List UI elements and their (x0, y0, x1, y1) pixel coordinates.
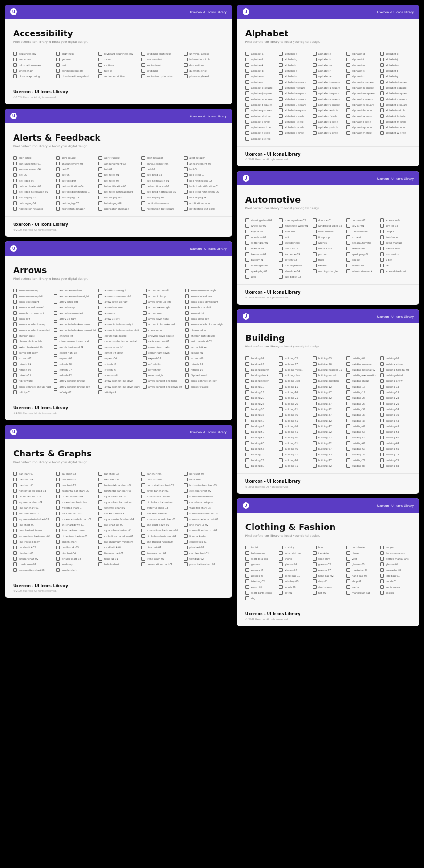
icon-item[interactable]: corner-right-down (143, 351, 182, 355)
icon-item[interactable]: building-76 (279, 458, 310, 462)
icon-item[interactable]: alphabet-f-circle (313, 114, 343, 118)
icon-item[interactable]: expand-05 (143, 356, 182, 360)
icon-item[interactable]: boot-heeled (346, 546, 377, 549)
icon-item[interactable]: pie-chart-03 (13, 551, 53, 555)
icon-item[interactable]: candlestick-01 (184, 540, 224, 544)
icon-item[interactable]: exhaust (346, 235, 377, 239)
icon-item[interactable]: arrow-connect-line-right (143, 379, 182, 383)
icon-item[interactable]: alphabet-k-square (279, 91, 310, 95)
icon-item[interactable]: building-60 (245, 441, 276, 445)
icon-item[interactable]: bell-ringing-07 (56, 201, 96, 205)
icon-item[interactable]: building-06 (245, 362, 276, 366)
icon-item[interactable]: bell-ringing-03 (98, 196, 139, 199)
icon-item[interactable]: door-car-01 (313, 218, 343, 222)
icon-item[interactable]: car-jack (380, 230, 411, 233)
icon-item[interactable]: switch-vertical-01 (143, 339, 182, 343)
icon-item[interactable]: engine (346, 258, 377, 262)
icon-item[interactable]: building-40 (245, 419, 276, 422)
icon-item[interactable]: refresh-08 (98, 368, 140, 372)
icon-item[interactable]: alphabet-j (380, 58, 411, 61)
icon-item[interactable]: bell-ringing-01 (13, 196, 53, 199)
icon-item[interactable]: building-32 (313, 407, 343, 411)
icon-item[interactable]: arrow-down (143, 311, 182, 315)
icon-item[interactable]: vest (346, 557, 377, 561)
icon-item[interactable]: key-car-02 (380, 224, 411, 228)
icon-item[interactable]: building-82 (313, 464, 343, 468)
icon-item[interactable]: building-39 (380, 413, 411, 417)
icon-item[interactable]: trend-up-02 (184, 557, 224, 561)
icon-item[interactable]: dark-sunglasses (380, 551, 411, 555)
icon-item[interactable]: building-52 (313, 430, 343, 434)
icon-item[interactable]: building-54 (380, 430, 411, 434)
icon-item[interactable]: arrow-connect-line-up-left (54, 385, 96, 389)
icon-item[interactable]: building-20 (245, 396, 276, 400)
icon-item[interactable]: alphabet-c-square (346, 80, 377, 84)
icon-item[interactable]: chevron-down-double (143, 334, 182, 338)
icon-item[interactable]: chevron-right-double (185, 334, 224, 338)
icon-item[interactable]: arrow-box-up-left (185, 306, 224, 309)
icon-item[interactable]: announcement-02 (56, 162, 96, 165)
icon-item[interactable]: hand-bag-03 (346, 574, 377, 578)
icon-item[interactable]: arrow-narrow-down (54, 289, 96, 292)
icon-item[interactable]: building-59 (380, 436, 411, 439)
icon-item[interactable]: alert-hexagon (141, 156, 181, 160)
icon-item[interactable]: arrow-circle-broken-up-left (13, 328, 51, 332)
icon-item[interactable]: candlestick-02 (13, 546, 53, 549)
icon-item[interactable]: comment-captions (56, 69, 96, 73)
icon-item[interactable]: wheel-car-04 (279, 269, 310, 273)
icon-item[interactable]: alphabet-l-square (313, 91, 343, 95)
icon-item[interactable]: spark-plug-01 (346, 252, 377, 256)
icon-item[interactable]: building-73 (346, 453, 377, 456)
icon-item[interactable]: hat-christmas (279, 551, 310, 555)
icon-item[interactable]: chevron-selector-horizontal (98, 339, 140, 343)
icon-item[interactable]: bar-chart-11 (13, 483, 53, 487)
icon-item[interactable]: bell-notification-01 (141, 179, 181, 182)
icon-item[interactable]: building-31 (279, 407, 310, 411)
icon-item[interactable]: alphabet-o (380, 63, 411, 67)
icon-item[interactable]: arrow-box-down-left (54, 311, 96, 315)
icon-item[interactable]: alphabet-k-circle (313, 120, 343, 124)
icon-item[interactable]: refresh-07 (54, 368, 96, 372)
icon-item[interactable]: line-pie-chart-02 (141, 551, 181, 555)
icon-item[interactable]: expand-02 (13, 356, 51, 360)
icon-item[interactable]: building-64 (380, 441, 411, 445)
icon-item[interactable]: bell-06 (56, 173, 96, 177)
icon-item[interactable]: corner-left-up (185, 345, 224, 349)
icon-item[interactable]: face-id (98, 69, 139, 73)
icon-item[interactable]: alphabet-v (279, 74, 310, 78)
icon-item[interactable]: circular-chart-01 (184, 551, 224, 555)
icon-item[interactable]: arrow-circle-broken-down-right (54, 328, 96, 332)
icon-item[interactable]: refresh-06 (13, 368, 51, 372)
icon-item[interactable]: alphabet-h (313, 58, 343, 61)
icon-item[interactable]: corner-left-down (98, 351, 140, 355)
icon-item[interactable]: square-waterfall-chart-04 (98, 517, 139, 521)
icon-item[interactable]: waterfall-chart-03 (141, 506, 181, 510)
icon-item[interactable]: alert-square (56, 156, 96, 160)
icon-item[interactable]: steering-wheel-02 (279, 218, 310, 222)
icon-item[interactable]: arrow-circle-broken-up-right (185, 322, 224, 326)
icon-item[interactable]: building-58 (346, 436, 377, 439)
icon-item[interactable]: alphabet-s-circle (245, 131, 276, 135)
icon-item[interactable]: arrow-connect-line-down (98, 379, 140, 383)
icon-item[interactable]: building-01 (245, 356, 276, 360)
icon-item[interactable]: stacked-chart-03 (98, 512, 139, 515)
icon-item[interactable]: circle-bar-chart-02 (184, 489, 224, 493)
icon-item[interactable]: building-minus (346, 379, 377, 383)
icon-item[interactable]: building-hospital-03 (380, 368, 411, 372)
icon-item[interactable]: line-chart-minimum (13, 529, 53, 532)
icon-item[interactable]: frame-car-02 (245, 252, 276, 256)
icon-item[interactable]: reverse-right (143, 373, 182, 377)
icon-item[interactable]: arrow-narrow-up-left (13, 294, 51, 298)
icon-item[interactable]: bell-tilted-notification-02 (13, 190, 53, 194)
icon-item[interactable]: seat-car-04 (346, 247, 377, 250)
icon-item[interactable]: fuel-bottle-01 (313, 230, 343, 233)
icon-item[interactable]: announcement-03 (98, 162, 139, 165)
icon-item[interactable]: arrow-box-down (98, 306, 140, 309)
icon-item[interactable]: bell-notification-03 (13, 184, 53, 188)
icon-item[interactable]: building-10 (245, 385, 276, 389)
icon-item[interactable]: voice-control (141, 58, 181, 61)
icon-item[interactable]: warning-triangle (313, 269, 343, 273)
icon-item[interactable]: alphabet-d (346, 52, 377, 56)
icon-item[interactable]: fan (380, 264, 411, 267)
icon-item[interactable]: ball-cowboy (245, 551, 276, 555)
